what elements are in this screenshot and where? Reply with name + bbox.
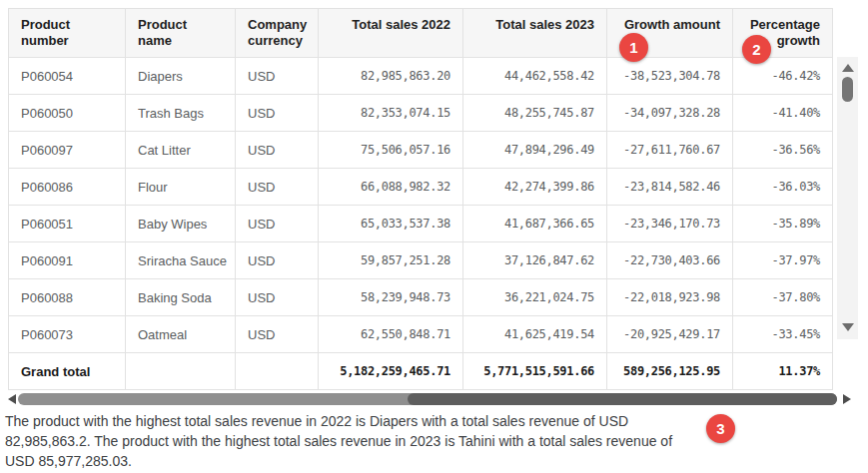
table-row: P060050 Trash Bags USD 82,353,074.15 48,… bbox=[9, 95, 833, 132]
cell-total-sales-2022: 66,088,982.32 bbox=[319, 169, 463, 206]
cell-product-number: P060086 bbox=[9, 169, 126, 206]
cell-percentage-growth: -37.97% bbox=[733, 242, 833, 279]
cell-growth-amount: -27,611,760.67 bbox=[607, 132, 733, 169]
report-page: Product number Product name Company curr… bbox=[0, 0, 868, 473]
cell-percentage-growth: -41.40% bbox=[733, 95, 833, 132]
cell-product-name: Trash Bags bbox=[126, 95, 236, 132]
horizontal-scrollbar-track[interactable] bbox=[18, 393, 837, 405]
cell-percentage-growth: -33.45% bbox=[733, 316, 833, 353]
cell-total-sales-2023: 41,687,366.65 bbox=[463, 206, 607, 242]
horizontal-scrollbar[interactable] bbox=[8, 391, 851, 407]
vertical-scrollbar[interactable] bbox=[837, 57, 858, 339]
cell-company-currency: USD bbox=[236, 206, 319, 242]
cell-product-name: Baby Wipes bbox=[126, 206, 236, 242]
cell-total-sales-2022: 82,985,863.20 bbox=[319, 58, 463, 95]
cell-percentage-growth: -36.03% bbox=[733, 169, 833, 206]
table-row: P060051 Baby Wipes USD 65,033,537.38 41,… bbox=[9, 206, 833, 242]
horizontal-scrollbar-thumb[interactable] bbox=[408, 393, 838, 405]
cell-product-number: P060088 bbox=[9, 279, 126, 316]
vertical-scrollbar-thumb[interactable] bbox=[842, 77, 853, 102]
cell-total-sales-2023: 44,462,558.42 bbox=[463, 58, 607, 95]
sales-report-table: Product number Product name Company curr… bbox=[8, 8, 833, 390]
cell-percentage-growth: -36.56% bbox=[733, 132, 833, 169]
grand-total-sales-2023: 5,771,515,591.66 bbox=[463, 353, 607, 390]
scroll-left-icon[interactable] bbox=[8, 394, 16, 404]
cell-percentage-growth: -35.89% bbox=[733, 206, 833, 242]
annotation-badge-3: 3 bbox=[706, 414, 735, 443]
cell-company-currency: USD bbox=[236, 279, 319, 316]
annotation-badge-2: 2 bbox=[742, 35, 771, 64]
cell-growth-amount: -34,097,328.28 bbox=[607, 95, 733, 132]
column-header-product-name[interactable]: Product name bbox=[126, 9, 236, 58]
empty-cell bbox=[236, 353, 319, 390]
cell-company-currency: USD bbox=[236, 58, 319, 95]
table-row: P060097 Cat Litter USD 75,506,057.16 47,… bbox=[9, 132, 833, 169]
table-row: P060073 Oatmeal USD 62,550,848.71 41,625… bbox=[9, 316, 833, 353]
grand-total-percentage-growth: 11.37% bbox=[733, 353, 833, 390]
cell-growth-amount: -23,814,582.46 bbox=[607, 169, 733, 206]
table-row: P060054 Diapers USD 82,985,863.20 44,462… bbox=[9, 58, 833, 95]
cell-product-number: P060073 bbox=[9, 316, 126, 353]
cell-total-sales-2022: 62,550,848.71 bbox=[319, 316, 463, 353]
cell-percentage-growth: -37.80% bbox=[733, 279, 833, 316]
cell-product-name: Cat Litter bbox=[126, 132, 236, 169]
grand-total-row: Grand total 5,182,259,465.71 5,771,515,5… bbox=[9, 353, 833, 390]
scroll-right-icon[interactable] bbox=[843, 394, 851, 404]
cell-product-name: Baking Soda bbox=[126, 279, 236, 316]
cell-percentage-growth: -46.42% bbox=[733, 58, 833, 95]
cell-total-sales-2023: 47,894,296.49 bbox=[463, 132, 607, 169]
grand-total-growth-amount: 589,256,125.95 bbox=[607, 353, 733, 390]
column-header-total-sales-2022[interactable]: Total sales 2022 bbox=[319, 9, 463, 58]
cell-total-sales-2022: 75,506,057.16 bbox=[319, 132, 463, 169]
scroll-up-icon[interactable] bbox=[842, 64, 854, 72]
cell-product-number: P060050 bbox=[9, 95, 126, 132]
scroll-down-icon[interactable] bbox=[842, 323, 854, 331]
cell-growth-amount: -38,523,304.78 bbox=[607, 58, 733, 95]
table-row: P060088 Baking Soda USD 58,239,948.73 36… bbox=[9, 279, 833, 316]
cell-company-currency: USD bbox=[236, 169, 319, 206]
grand-total-label: Grand total bbox=[9, 353, 126, 390]
cell-product-name: Oatmeal bbox=[126, 316, 236, 353]
cell-company-currency: USD bbox=[236, 316, 319, 353]
cell-product-number: P060097 bbox=[9, 132, 126, 169]
cell-company-currency: USD bbox=[236, 242, 319, 279]
cell-product-name: Flour bbox=[126, 169, 236, 206]
cell-total-sales-2023: 37,126,847.62 bbox=[463, 242, 607, 279]
cell-company-currency: USD bbox=[236, 132, 319, 169]
table-row: P060091 Sriracha Sauce USD 59,857,251.28… bbox=[9, 242, 833, 279]
cell-total-sales-2022: 59,857,251.28 bbox=[319, 242, 463, 279]
grand-total-sales-2022: 5,182,259,465.71 bbox=[319, 353, 463, 390]
cell-total-sales-2022: 58,239,948.73 bbox=[319, 279, 463, 316]
cell-growth-amount: -22,018,923.98 bbox=[607, 279, 733, 316]
cell-total-sales-2023: 42,274,399.86 bbox=[463, 169, 607, 206]
column-header-total-sales-2023[interactable]: Total sales 2023 bbox=[463, 9, 607, 58]
cell-product-number: P060091 bbox=[9, 242, 126, 279]
cell-total-sales-2023: 48,255,745.87 bbox=[463, 95, 607, 132]
annotation-badge-1: 1 bbox=[619, 33, 648, 62]
column-header-product-number[interactable]: Product number bbox=[9, 9, 126, 58]
table-row: P060086 Flour USD 66,088,982.32 42,274,3… bbox=[9, 169, 833, 206]
cell-product-name: Sriracha Sauce bbox=[126, 242, 236, 279]
cell-growth-amount: -22,730,403.66 bbox=[607, 242, 733, 279]
cell-company-currency: USD bbox=[236, 95, 319, 132]
cell-total-sales-2022: 65,033,537.38 bbox=[319, 206, 463, 242]
cell-growth-amount: -20,925,429.17 bbox=[607, 316, 733, 353]
cell-total-sales-2023: 41,625,419.54 bbox=[463, 316, 607, 353]
cell-product-name: Diapers bbox=[126, 58, 236, 95]
cell-total-sales-2023: 36,221,024.75 bbox=[463, 279, 607, 316]
cell-total-sales-2022: 82,353,074.15 bbox=[319, 95, 463, 132]
empty-cell bbox=[126, 353, 236, 390]
cell-growth-amount: -23,346,170.73 bbox=[607, 206, 733, 242]
cell-product-number: P060051 bbox=[9, 206, 126, 242]
summary-text: The product with the highest total sales… bbox=[5, 411, 701, 471]
column-header-company-currency[interactable]: Company currency bbox=[236, 9, 319, 58]
cell-product-number: P060054 bbox=[9, 58, 126, 95]
table-header-row: Product number Product name Company curr… bbox=[9, 9, 833, 58]
